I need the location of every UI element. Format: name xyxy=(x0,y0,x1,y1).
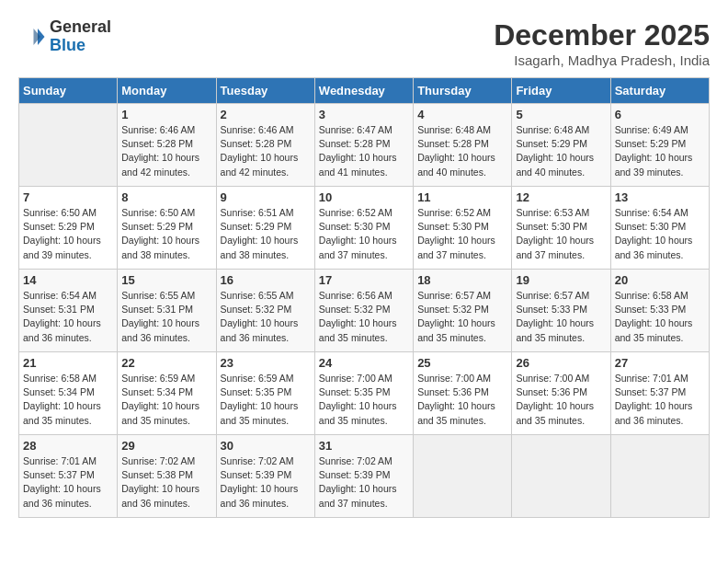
logo-icon xyxy=(18,23,46,51)
day-number: 20 xyxy=(615,273,705,287)
day-number: 8 xyxy=(121,190,211,204)
weekday-header: Wednesday xyxy=(314,78,413,104)
weekday-header: Saturday xyxy=(610,78,709,104)
calendar-cell: 22Sunrise: 6:59 AM Sunset: 5:34 PM Dayli… xyxy=(118,352,216,435)
calendar-cell: 17Sunrise: 6:56 AM Sunset: 5:32 PM Dayli… xyxy=(314,270,413,352)
weekday-header: Sunday xyxy=(19,78,118,104)
day-info: Sunrise: 6:49 AM Sunset: 5:29 PM Dayligh… xyxy=(615,123,705,179)
calendar-cell: 11Sunrise: 6:52 AM Sunset: 5:30 PM Dayli… xyxy=(414,187,512,270)
calendar-cell: 3Sunrise: 6:47 AM Sunset: 5:28 PM Daylig… xyxy=(314,104,413,187)
day-info: Sunrise: 6:48 AM Sunset: 5:28 PM Dayligh… xyxy=(417,123,507,179)
location-subtitle: Isagarh, Madhya Pradesh, India xyxy=(494,52,710,68)
day-number: 22 xyxy=(121,356,211,370)
day-info: Sunrise: 6:57 AM Sunset: 5:33 PM Dayligh… xyxy=(516,289,606,345)
weekday-header-row: SundayMondayTuesdayWednesdayThursdayFrid… xyxy=(19,78,710,104)
day-info: Sunrise: 7:01 AM Sunset: 5:37 PM Dayligh… xyxy=(23,454,113,511)
day-number: 13 xyxy=(615,190,705,204)
calendar-cell: 13Sunrise: 6:54 AM Sunset: 5:30 PM Dayli… xyxy=(610,187,709,270)
day-number: 5 xyxy=(516,108,606,121)
day-info: Sunrise: 6:59 AM Sunset: 5:34 PM Dayligh… xyxy=(121,372,211,428)
day-number: 4 xyxy=(417,108,507,121)
calendar-table: SundayMondayTuesdayWednesdayThursdayFrid… xyxy=(18,77,710,518)
day-info: Sunrise: 6:50 AM Sunset: 5:29 PM Dayligh… xyxy=(121,206,211,262)
day-number: 1 xyxy=(121,108,211,121)
day-info: Sunrise: 6:52 AM Sunset: 5:30 PM Dayligh… xyxy=(417,206,507,262)
calendar-cell: 24Sunrise: 7:00 AM Sunset: 5:35 PM Dayli… xyxy=(314,352,413,435)
calendar-week-row: 14Sunrise: 6:54 AM Sunset: 5:31 PM Dayli… xyxy=(19,270,710,352)
calendar-cell: 6Sunrise: 6:49 AM Sunset: 5:29 PM Daylig… xyxy=(610,104,709,187)
day-number: 10 xyxy=(319,190,409,204)
calendar-cell: 21Sunrise: 6:58 AM Sunset: 5:34 PM Dayli… xyxy=(19,352,118,435)
calendar-cell: 1Sunrise: 6:46 AM Sunset: 5:28 PM Daylig… xyxy=(118,104,216,187)
weekday-header: Friday xyxy=(512,78,610,104)
logo-text: General Blue xyxy=(50,18,111,55)
calendar-cell xyxy=(512,435,610,518)
logo: General Blue xyxy=(18,18,111,55)
calendar-cell: 4Sunrise: 6:48 AM Sunset: 5:28 PM Daylig… xyxy=(414,104,512,187)
day-number: 18 xyxy=(417,273,507,287)
day-info: Sunrise: 6:55 AM Sunset: 5:31 PM Dayligh… xyxy=(121,289,211,345)
day-info: Sunrise: 6:47 AM Sunset: 5:28 PM Dayligh… xyxy=(319,123,409,179)
day-number: 26 xyxy=(516,356,606,370)
day-number: 7 xyxy=(23,190,113,204)
day-info: Sunrise: 7:00 AM Sunset: 5:36 PM Dayligh… xyxy=(417,372,507,428)
day-info: Sunrise: 6:50 AM Sunset: 5:29 PM Dayligh… xyxy=(23,206,113,262)
calendar-cell: 26Sunrise: 7:00 AM Sunset: 5:36 PM Dayli… xyxy=(512,352,610,435)
day-info: Sunrise: 6:54 AM Sunset: 5:31 PM Dayligh… xyxy=(23,289,113,345)
day-number: 29 xyxy=(121,439,211,453)
day-info: Sunrise: 6:46 AM Sunset: 5:28 PM Dayligh… xyxy=(221,123,311,179)
calendar-cell: 29Sunrise: 7:02 AM Sunset: 5:38 PM Dayli… xyxy=(118,435,216,518)
day-info: Sunrise: 6:58 AM Sunset: 5:33 PM Dayligh… xyxy=(615,289,705,345)
calendar-cell: 30Sunrise: 7:02 AM Sunset: 5:39 PM Dayli… xyxy=(216,435,314,518)
day-info: Sunrise: 6:56 AM Sunset: 5:32 PM Dayligh… xyxy=(319,289,409,345)
day-number: 16 xyxy=(221,273,311,287)
calendar-week-row: 1Sunrise: 6:46 AM Sunset: 5:28 PM Daylig… xyxy=(19,104,710,187)
day-info: Sunrise: 6:51 AM Sunset: 5:29 PM Dayligh… xyxy=(221,206,311,262)
calendar-cell: 16Sunrise: 6:55 AM Sunset: 5:32 PM Dayli… xyxy=(216,270,314,352)
day-number: 3 xyxy=(319,108,409,121)
day-number: 14 xyxy=(23,273,113,287)
calendar-cell: 20Sunrise: 6:58 AM Sunset: 5:33 PM Dayli… xyxy=(610,270,709,352)
calendar-cell: 19Sunrise: 6:57 AM Sunset: 5:33 PM Dayli… xyxy=(512,270,610,352)
day-number: 11 xyxy=(417,190,507,204)
day-number: 2 xyxy=(221,108,311,121)
calendar-week-row: 21Sunrise: 6:58 AM Sunset: 5:34 PM Dayli… xyxy=(19,352,710,435)
day-number: 27 xyxy=(615,356,705,370)
calendar-cell: 9Sunrise: 6:51 AM Sunset: 5:29 PM Daylig… xyxy=(216,187,314,270)
calendar-cell: 18Sunrise: 6:57 AM Sunset: 5:32 PM Dayli… xyxy=(414,270,512,352)
day-info: Sunrise: 6:54 AM Sunset: 5:30 PM Dayligh… xyxy=(615,206,705,262)
day-info: Sunrise: 6:58 AM Sunset: 5:34 PM Dayligh… xyxy=(23,372,113,428)
day-number: 17 xyxy=(319,273,409,287)
day-info: Sunrise: 7:01 AM Sunset: 5:37 PM Dayligh… xyxy=(615,372,705,428)
day-number: 21 xyxy=(23,356,113,370)
day-info: Sunrise: 6:55 AM Sunset: 5:32 PM Dayligh… xyxy=(221,289,311,345)
day-info: Sunrise: 6:53 AM Sunset: 5:30 PM Dayligh… xyxy=(516,206,606,262)
weekday-header: Thursday xyxy=(414,78,512,104)
calendar-cell: 23Sunrise: 6:59 AM Sunset: 5:35 PM Dayli… xyxy=(216,352,314,435)
calendar-week-row: 7Sunrise: 6:50 AM Sunset: 5:29 PM Daylig… xyxy=(19,187,710,270)
day-number: 9 xyxy=(221,190,311,204)
calendar-cell: 5Sunrise: 6:48 AM Sunset: 5:29 PM Daylig… xyxy=(512,104,610,187)
calendar-cell: 31Sunrise: 7:02 AM Sunset: 5:39 PM Dayli… xyxy=(314,435,413,518)
page-header: General Blue December 2025 Isagarh, Madh… xyxy=(18,18,710,68)
calendar-cell: 14Sunrise: 6:54 AM Sunset: 5:31 PM Dayli… xyxy=(19,270,118,352)
calendar-cell: 10Sunrise: 6:52 AM Sunset: 5:30 PM Dayli… xyxy=(314,187,413,270)
day-number: 25 xyxy=(417,356,507,370)
day-info: Sunrise: 6:48 AM Sunset: 5:29 PM Dayligh… xyxy=(516,123,606,179)
calendar-cell: 7Sunrise: 6:50 AM Sunset: 5:29 PM Daylig… xyxy=(19,187,118,270)
calendar-cell: 2Sunrise: 6:46 AM Sunset: 5:28 PM Daylig… xyxy=(216,104,314,187)
calendar-cell: 8Sunrise: 6:50 AM Sunset: 5:29 PM Daylig… xyxy=(118,187,216,270)
calendar-week-row: 28Sunrise: 7:01 AM Sunset: 5:37 PM Dayli… xyxy=(19,435,710,518)
day-info: Sunrise: 7:02 AM Sunset: 5:39 PM Dayligh… xyxy=(221,454,311,511)
day-info: Sunrise: 7:02 AM Sunset: 5:38 PM Dayligh… xyxy=(121,454,211,511)
month-title: December 2025 xyxy=(494,18,710,52)
day-number: 19 xyxy=(516,273,606,287)
calendar-cell: 28Sunrise: 7:01 AM Sunset: 5:37 PM Dayli… xyxy=(19,435,118,518)
day-number: 15 xyxy=(121,273,211,287)
day-info: Sunrise: 7:00 AM Sunset: 5:35 PM Dayligh… xyxy=(319,372,409,428)
weekday-header: Monday xyxy=(118,78,216,104)
day-number: 30 xyxy=(221,439,311,453)
title-section: December 2025 Isagarh, Madhya Pradesh, I… xyxy=(494,18,710,68)
day-number: 24 xyxy=(319,356,409,370)
day-number: 6 xyxy=(615,108,705,121)
